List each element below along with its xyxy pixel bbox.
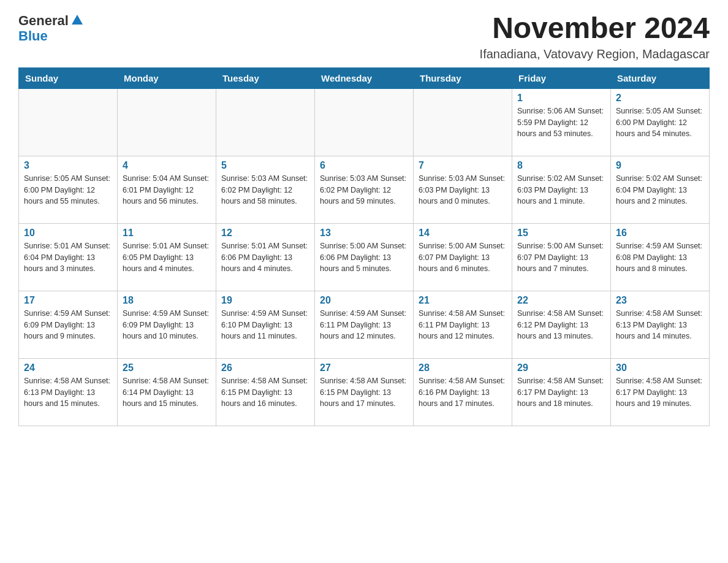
day-info: Sunrise: 5:00 AM Sunset: 6:07 PM Dayligh… xyxy=(517,240,605,275)
day-info: Sunrise: 5:05 AM Sunset: 6:00 PM Dayligh… xyxy=(24,173,112,207)
day-number: 4 xyxy=(123,160,211,171)
calendar-cell: 11Sunrise: 5:01 AM Sunset: 6:05 PM Dayli… xyxy=(118,223,216,291)
logo: General Blue xyxy=(18,12,84,43)
day-number: 9 xyxy=(616,160,704,171)
calendar-cell: 1Sunrise: 5:06 AM Sunset: 5:59 PM Daylig… xyxy=(512,88,611,156)
calendar-cell: 16Sunrise: 4:59 AM Sunset: 6:08 PM Dayli… xyxy=(611,223,710,291)
logo-blue-text: Blue xyxy=(18,29,84,43)
header-friday: Friday xyxy=(512,67,611,88)
header-saturday: Saturday xyxy=(611,67,710,88)
calendar-cell: 20Sunrise: 4:59 AM Sunset: 6:11 PM Dayli… xyxy=(315,291,414,358)
calendar-cell: 7Sunrise: 5:03 AM Sunset: 6:03 PM Daylig… xyxy=(414,156,512,223)
day-number: 18 xyxy=(123,295,211,306)
page-header: General Blue November 2024 Ifanadiana, V… xyxy=(18,12,710,61)
day-number: 28 xyxy=(419,362,507,373)
day-info: Sunrise: 5:06 AM Sunset: 5:59 PM Dayligh… xyxy=(517,105,605,140)
day-info: Sunrise: 5:01 AM Sunset: 6:04 PM Dayligh… xyxy=(24,240,112,275)
day-number: 6 xyxy=(320,160,408,171)
calendar-cell: 14Sunrise: 5:00 AM Sunset: 6:07 PM Dayli… xyxy=(414,223,512,291)
day-number: 21 xyxy=(419,295,507,306)
day-info: Sunrise: 5:01 AM Sunset: 6:06 PM Dayligh… xyxy=(221,240,309,275)
week-row-5: 24Sunrise: 4:58 AM Sunset: 6:13 PM Dayli… xyxy=(19,358,710,426)
calendar-cell xyxy=(414,88,512,156)
weekday-header-row: SundayMondayTuesdayWednesdayThursdayFrid… xyxy=(19,67,710,88)
calendar-table: SundayMondayTuesdayWednesdayThursdayFrid… xyxy=(18,67,710,426)
header-sunday: Sunday xyxy=(19,67,118,88)
day-number: 24 xyxy=(24,362,112,373)
day-info: Sunrise: 4:58 AM Sunset: 6:16 PM Dayligh… xyxy=(419,375,507,410)
day-number: 10 xyxy=(24,228,112,239)
day-info: Sunrise: 4:59 AM Sunset: 6:10 PM Dayligh… xyxy=(221,308,309,342)
week-row-2: 3Sunrise: 5:05 AM Sunset: 6:00 PM Daylig… xyxy=(19,156,710,223)
calendar-cell: 12Sunrise: 5:01 AM Sunset: 6:06 PM Dayli… xyxy=(216,223,315,291)
day-number: 22 xyxy=(517,295,605,306)
day-number: 8 xyxy=(517,160,605,171)
calendar-cell: 23Sunrise: 4:58 AM Sunset: 6:13 PM Dayli… xyxy=(611,291,710,358)
calendar-cell: 5Sunrise: 5:03 AM Sunset: 6:02 PM Daylig… xyxy=(216,156,315,223)
day-info: Sunrise: 4:58 AM Sunset: 6:17 PM Dayligh… xyxy=(616,375,704,410)
logo-general-text: General xyxy=(18,13,69,29)
day-info: Sunrise: 4:58 AM Sunset: 6:17 PM Dayligh… xyxy=(517,375,605,410)
calendar-cell: 27Sunrise: 4:58 AM Sunset: 6:15 PM Dayli… xyxy=(315,358,414,426)
header-tuesday: Tuesday xyxy=(216,67,315,88)
day-info: Sunrise: 4:58 AM Sunset: 6:15 PM Dayligh… xyxy=(320,375,408,410)
week-row-1: 1Sunrise: 5:06 AM Sunset: 5:59 PM Daylig… xyxy=(19,88,710,156)
day-number: 3 xyxy=(24,160,112,171)
day-number: 16 xyxy=(616,228,704,239)
calendar-cell: 15Sunrise: 5:00 AM Sunset: 6:07 PM Dayli… xyxy=(512,223,611,291)
day-number: 14 xyxy=(419,228,507,239)
day-number: 27 xyxy=(320,362,408,373)
week-row-4: 17Sunrise: 4:59 AM Sunset: 6:09 PM Dayli… xyxy=(19,291,710,358)
calendar-cell: 26Sunrise: 4:58 AM Sunset: 6:15 PM Dayli… xyxy=(216,358,315,426)
calendar-cell xyxy=(118,88,216,156)
header-wednesday: Wednesday xyxy=(315,67,414,88)
day-number: 20 xyxy=(320,295,408,306)
day-number: 30 xyxy=(616,362,704,373)
logo-icon xyxy=(70,13,84,27)
day-number: 11 xyxy=(123,228,211,239)
calendar-cell: 22Sunrise: 4:58 AM Sunset: 6:12 PM Dayli… xyxy=(512,291,611,358)
day-info: Sunrise: 4:58 AM Sunset: 6:13 PM Dayligh… xyxy=(616,308,704,342)
calendar-cell: 9Sunrise: 5:02 AM Sunset: 6:04 PM Daylig… xyxy=(611,156,710,223)
svg-marker-0 xyxy=(72,15,83,25)
week-row-3: 10Sunrise: 5:01 AM Sunset: 6:04 PM Dayli… xyxy=(19,223,710,291)
day-number: 1 xyxy=(517,93,605,104)
calendar-cell: 3Sunrise: 5:05 AM Sunset: 6:00 PM Daylig… xyxy=(19,156,118,223)
day-number: 26 xyxy=(221,362,309,373)
day-info: Sunrise: 4:58 AM Sunset: 6:13 PM Dayligh… xyxy=(24,375,112,410)
calendar-cell: 10Sunrise: 5:01 AM Sunset: 6:04 PM Dayli… xyxy=(19,223,118,291)
day-info: Sunrise: 4:59 AM Sunset: 6:08 PM Dayligh… xyxy=(616,240,704,275)
calendar-cell: 30Sunrise: 4:58 AM Sunset: 6:17 PM Dayli… xyxy=(611,358,710,426)
day-info: Sunrise: 4:59 AM Sunset: 6:11 PM Dayligh… xyxy=(320,308,408,342)
day-info: Sunrise: 5:05 AM Sunset: 6:00 PM Dayligh… xyxy=(616,105,704,140)
calendar-cell: 21Sunrise: 4:58 AM Sunset: 6:11 PM Dayli… xyxy=(414,291,512,358)
day-info: Sunrise: 4:58 AM Sunset: 6:12 PM Dayligh… xyxy=(517,308,605,342)
calendar-cell: 2Sunrise: 5:05 AM Sunset: 6:00 PM Daylig… xyxy=(611,88,710,156)
calendar-cell: 18Sunrise: 4:59 AM Sunset: 6:09 PM Dayli… xyxy=(118,291,216,358)
location-subtitle: Ifanadiana, Vatovavy Region, Madagascar xyxy=(480,47,710,61)
day-info: Sunrise: 5:03 AM Sunset: 6:02 PM Dayligh… xyxy=(320,173,408,207)
day-info: Sunrise: 5:04 AM Sunset: 6:01 PM Dayligh… xyxy=(123,173,211,207)
day-number: 29 xyxy=(517,362,605,373)
day-info: Sunrise: 5:03 AM Sunset: 6:02 PM Dayligh… xyxy=(221,173,309,207)
calendar-cell: 29Sunrise: 4:58 AM Sunset: 6:17 PM Dayli… xyxy=(512,358,611,426)
day-number: 25 xyxy=(123,362,211,373)
day-info: Sunrise: 5:00 AM Sunset: 6:07 PM Dayligh… xyxy=(419,240,507,275)
day-number: 13 xyxy=(320,228,408,239)
day-number: 17 xyxy=(24,295,112,306)
day-number: 7 xyxy=(419,160,507,171)
day-info: Sunrise: 5:02 AM Sunset: 6:03 PM Dayligh… xyxy=(517,173,605,207)
calendar-cell xyxy=(216,88,315,156)
day-number: 5 xyxy=(221,160,309,171)
month-title: November 2024 xyxy=(480,12,710,45)
day-number: 23 xyxy=(616,295,704,306)
calendar-cell: 25Sunrise: 4:58 AM Sunset: 6:14 PM Dayli… xyxy=(118,358,216,426)
day-info: Sunrise: 4:58 AM Sunset: 6:11 PM Dayligh… xyxy=(419,308,507,342)
calendar-cell: 13Sunrise: 5:00 AM Sunset: 6:06 PM Dayli… xyxy=(315,223,414,291)
calendar-cell: 17Sunrise: 4:59 AM Sunset: 6:09 PM Dayli… xyxy=(19,291,118,358)
calendar-cell xyxy=(315,88,414,156)
day-info: Sunrise: 4:59 AM Sunset: 6:09 PM Dayligh… xyxy=(123,308,211,342)
day-info: Sunrise: 4:58 AM Sunset: 6:15 PM Dayligh… xyxy=(221,375,309,410)
day-info: Sunrise: 5:03 AM Sunset: 6:03 PM Dayligh… xyxy=(419,173,507,207)
header-monday: Monday xyxy=(118,67,216,88)
